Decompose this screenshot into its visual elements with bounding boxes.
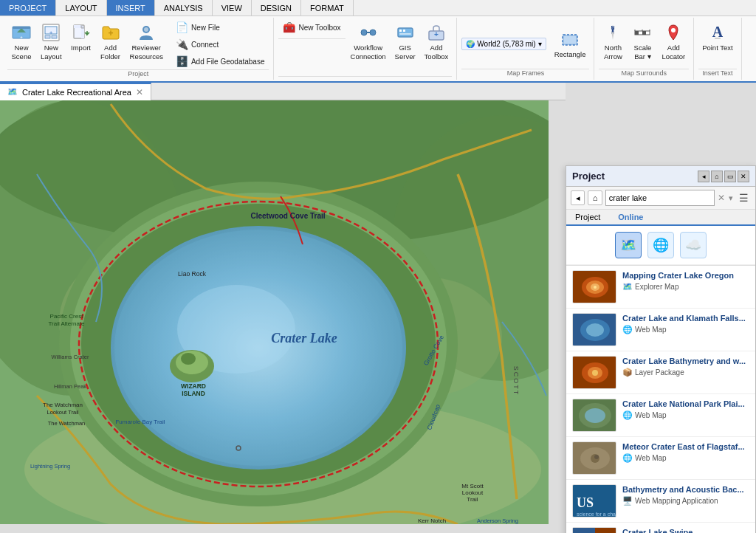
svg-text:A: A [712, 24, 724, 40]
point-text-button[interactable]: A Point Text [698, 19, 737, 55]
north-arrow-button[interactable]: N NorthArrow [599, 19, 627, 65]
add-toolbox-button[interactable]: + AddToolbox [421, 19, 453, 65]
svg-text:+: + [20, 35, 23, 39]
cloud-category-button[interactable]: ☁️ [680, 232, 707, 258]
result-4-thumbnail [572, 399, 616, 432]
maps-category-button[interactable]: 🗺️ [615, 232, 642, 258]
svg-text:WIZARD: WIZARD [181, 382, 206, 390]
tab-layout[interactable]: LAYOUT [56, 0, 106, 16]
panel-control-buttons: ◂ ⌂ ▭ ✕ [698, 171, 749, 182]
svg-point-36 [671, 28, 676, 32]
svg-rect-32 [642, 31, 646, 35]
new-layout-label: NewLayout [41, 44, 62, 62]
svg-rect-22 [399, 33, 411, 35]
search-divider: ▾ [729, 193, 733, 203]
result-item[interactable]: Crater Lake Swipe 🖥️ Web Mapping Applica… [566, 523, 755, 533]
layers-category-button[interactable]: 🌐 [647, 232, 674, 258]
svg-text:Liao Rock: Liao Rock [178, 270, 207, 278]
panel-restore-button[interactable]: ▭ [724, 171, 736, 182]
result-item[interactable]: Meteor Crater East of Flagstaf... 🌐 Web … [566, 437, 755, 480]
svg-rect-26 [564, 36, 576, 44]
svg-text:Crater Lake: Crater Lake [271, 331, 337, 345]
gis-server-button[interactable]: GISServer [391, 19, 419, 65]
world2-dropdown[interactable]: 🌍 World2 (5,783 mi) ▾ [461, 38, 546, 50]
map-frames-group-label: Map Frames [461, 69, 589, 78]
point-text-icon: A [707, 22, 728, 43]
result-1-type: 🗺️ Explorer Map [622, 282, 749, 292]
panel-menu-button[interactable]: ☰ [737, 190, 751, 205]
tab-insert[interactable]: INSERT [107, 0, 155, 16]
project-search-input[interactable] [605, 190, 715, 206]
import-button[interactable]: Import [67, 19, 95, 55]
svg-rect-19 [398, 28, 413, 37]
tab-analysis[interactable]: ANALYSIS [155, 0, 213, 16]
svg-text:Anderson Spring: Anderson Spring [477, 517, 518, 524]
result-6-type-label: Web Mapping Application [635, 497, 718, 505]
map-tab[interactable]: 🗺️ Crater Lake Recreational Area ✕ [0, 83, 151, 100]
result-item[interactable]: Crater Lake Bathymetry and w... 📦 Layer … [566, 351, 755, 394]
result-6-thumbnail: US science for a cha... [572, 484, 616, 517]
svg-text:Hillman Peak: Hillman Peak [54, 383, 86, 390]
svg-rect-2 [13, 27, 30, 29]
map-surrounds-group-label: Map Surrounds [599, 69, 689, 78]
rectangle-button[interactable]: Rectangle [551, 26, 590, 62]
add-folder-label: AddFolder [100, 44, 120, 62]
map-container[interactable]: Crater Lake Cleetwood Cove Trail WIZARD … [0, 100, 549, 524]
category-icons: 🗺️ 🌐 ☁️ [566, 226, 755, 265]
svg-text:science for a cha...: science for a cha... [577, 512, 616, 517]
result-item[interactable]: Crater Lake National Park Plai... 🌐 Web … [566, 394, 755, 437]
panel-back-button[interactable]: ◂ [698, 171, 709, 182]
workflow-connection-icon [358, 22, 379, 43]
result-item[interactable]: Crater Lake and Klamath Falls... 🌐 Web M… [566, 309, 755, 351]
panel-nav: ◂ ⌂ ✕ ▾ ☰ [566, 187, 755, 210]
new-layout-icon: + [41, 22, 61, 43]
map-svg: Crater Lake Cleetwood Cove Trail WIZARD … [0, 100, 549, 524]
new-toolbox-icon: 🧰 [283, 21, 295, 33]
result-5-type-label: Web Map [635, 454, 667, 462]
result-2-type: 🌐 Web Map [622, 325, 749, 334]
svg-text:+: + [108, 28, 113, 38]
svg-text:Williams Crater: Williams Crater [52, 354, 89, 360]
add-locator-button[interactable]: AddLocator [658, 19, 689, 65]
reviewer-resources-button[interactable]: ReviewerResources [126, 19, 167, 65]
north-arrow-icon: N [602, 22, 623, 43]
tab-view[interactable]: VIEW [213, 0, 252, 16]
result-item[interactable]: Mapping Crater Lake Oregon 🗺️ Explorer M… [566, 266, 755, 309]
add-folder-button[interactable]: + AddFolder [97, 19, 125, 65]
map-tab-title: Crater Lake Recreational Area [22, 88, 131, 97]
ribbon-bar: + NewScene + NewLayout [0, 16, 756, 83]
panel-nav-back-button[interactable]: ◂ [571, 190, 585, 205]
tab-format[interactable]: FORMAT [301, 0, 354, 16]
gis-server-label: GISServer [395, 44, 416, 62]
result-4-info: Crater Lake National Park Plai... 🌐 Web … [622, 399, 749, 420]
result-6-type: 🖥️ Web Mapping Application [622, 496, 749, 506]
new-file-button[interactable]: 📄 New File [171, 19, 269, 35]
result-item[interactable]: US science for a cha... Bathymetry and A… [566, 480, 755, 523]
map-surrounds-group: N NorthArrow ScaleBar ▾ [594, 18, 694, 80]
tab-design[interactable]: DESIGN [252, 0, 301, 16]
result-3-type: 📦 Layer Package [622, 368, 749, 377]
search-clear-button[interactable]: ✕ [718, 193, 725, 203]
add-file-geodatabase-button[interactable]: 🗄️ Add File Geodatabase [171, 53, 269, 69]
tab-project[interactable]: PROJECT [0, 0, 56, 16]
scale-bar-button[interactable]: ScaleBar ▾ [628, 19, 656, 65]
svg-rect-112 [595, 528, 616, 533]
panel-home-button[interactable]: ⌂ [711, 171, 723, 182]
workflow-group: 🧰 New Toolbox WorkflowConnection [274, 18, 457, 80]
tab-online[interactable]: Online [609, 210, 652, 226]
svg-point-16 [361, 30, 367, 35]
panel-nav-home-button[interactable]: ⌂ [588, 190, 602, 205]
gis-server-icon [395, 22, 416, 43]
new-scene-button[interactable]: + NewScene [7, 19, 35, 65]
tab-project[interactable]: Project [566, 210, 609, 226]
workflow-connection-label: WorkflowConnection [351, 44, 386, 62]
new-layout-button[interactable]: + NewLayout [37, 19, 66, 65]
map-icon: 🗺️ [7, 87, 18, 97]
panel-close-button[interactable]: ✕ [738, 171, 749, 182]
new-toolbox-button[interactable]: 🧰 New Toolbox [278, 19, 345, 35]
map-tab-close-button[interactable]: ✕ [136, 87, 143, 97]
svg-text:Trail Alternate: Trail Alternate [48, 320, 85, 327]
connect-button[interactable]: 🔌 Connect [171, 36, 269, 52]
workflow-connection-button[interactable]: WorkflowConnection [347, 19, 390, 65]
rectangle-icon [560, 29, 580, 49]
